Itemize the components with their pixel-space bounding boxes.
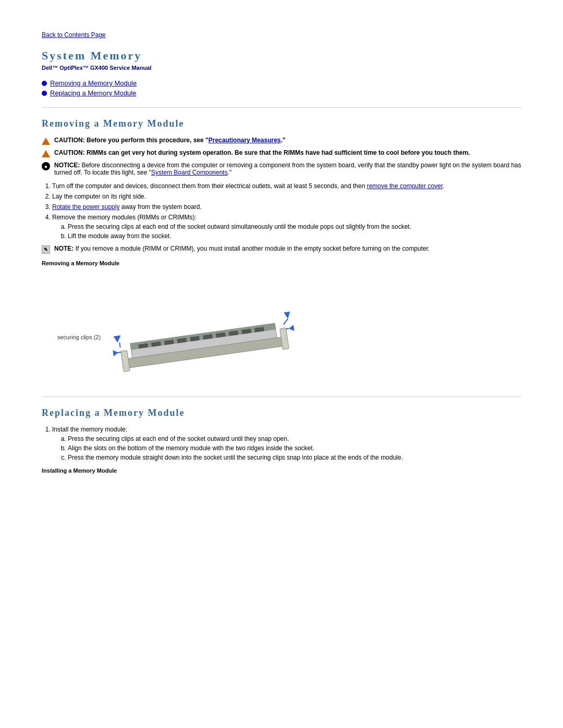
rotate-power-supply-link[interactable]: Rotate the power supply	[52, 203, 119, 211]
remove-cover-link[interactable]: remove the computer cover	[367, 182, 443, 190]
notice-text: NOTICE: Before disconnecting a device fr…	[54, 162, 521, 176]
svg-marker-17	[288, 325, 295, 331]
step-3: Rotate the power supply away from the sy…	[52, 203, 521, 211]
removing-figure-label: Removing a Memory Module	[42, 260, 521, 266]
securing-clips-label: securing clips (2)	[57, 334, 101, 340]
caution-block-1: CAUTION: Before you perform this procedu…	[42, 137, 521, 145]
removing-section-title: Removing a Memory Module	[42, 118, 521, 129]
system-board-components-link[interactable]: System Board Components	[151, 169, 228, 176]
divider-middle	[42, 397, 521, 397]
replace-sub-step-b: Align the slots on the bottom of the mem…	[68, 445, 521, 452]
step-2: Lay the computer on its right side.	[52, 193, 521, 200]
toc-link-replacing[interactable]: Replacing a Memory Module	[50, 89, 136, 97]
removing-figure: securing clips (2)	[42, 272, 521, 386]
divider-top	[42, 107, 521, 108]
page-title: System Memory	[42, 49, 521, 63]
svg-marker-19	[114, 336, 122, 343]
replace-step-1: Install the memory module: Press the sec…	[52, 426, 521, 461]
warning-icon-1	[42, 138, 50, 145]
step-1: Turn off the computer and devices, disco…	[52, 182, 521, 190]
caution-text-2: CAUTION: RIMMs can get very hot during s…	[54, 149, 470, 156]
toc-bullet	[42, 91, 47, 96]
toc-item-removing: Removing a Memory Module	[42, 79, 521, 87]
sub-step-4a: Press the securing clips at each end of …	[68, 223, 521, 230]
replace-sub-steps: Press the securing clips at each end of …	[68, 435, 521, 461]
note-icon: ✎	[42, 245, 50, 254]
replacing-section-title: Replacing a Memory Module	[42, 408, 521, 418]
sub-steps-4: Press the securing clips at each end of …	[68, 223, 521, 240]
toc-link-removing[interactable]: Removing a Memory Module	[50, 79, 137, 87]
svg-line-20	[119, 342, 120, 348]
note-block: ✎ NOTE: If you remove a module (RIMM or …	[42, 245, 521, 254]
toc-item-replacing: Replacing a Memory Module	[42, 89, 521, 97]
notice-block: ● NOTICE: Before disconnecting a device …	[42, 162, 521, 176]
sub-step-4b: Lift the module away from the socket.	[68, 232, 521, 240]
replace-sub-step-a: Press the securing clips at each end of …	[68, 435, 521, 442]
warning-icon-2	[42, 150, 50, 157]
step-4: Remove the memory modules (RIMMs or CRIM…	[52, 214, 521, 240]
caution-text-1: CAUTION: Before you perform this procedu…	[54, 137, 286, 144]
svg-line-22	[283, 319, 288, 325]
svg-marker-21	[284, 312, 291, 319]
toc-bullet	[42, 81, 47, 86]
replace-sub-step-c: Press the memory module straight down in…	[68, 454, 521, 461]
notice-icon: ●	[42, 162, 50, 170]
caution-block-2: CAUTION: RIMMs can get very hot during s…	[42, 149, 521, 157]
back-to-contents-link[interactable]: Back to Contents Page	[42, 31, 521, 39]
replacing-section: Replacing a Memory Module Install the me…	[42, 408, 521, 474]
toc-list: Removing a Memory Module Replacing a Mem…	[42, 79, 521, 97]
removing-section: Removing a Memory Module CAUTION: Before…	[42, 118, 521, 386]
steps-list-replacing: Install the memory module: Press the sec…	[52, 426, 521, 461]
precautionary-measures-link[interactable]: Precautionary Measures	[209, 137, 281, 144]
note-text: NOTE: If you remove a module (RIMM or CR…	[54, 245, 430, 252]
memory-module-diagram	[104, 272, 302, 376]
page-subtitle: Dell™ OptiPlex™ GX400 Service Manual	[42, 65, 521, 71]
svg-line-18	[286, 329, 289, 329]
installing-figure-label: Installing a Memory Module	[42, 467, 521, 474]
svg-rect-13	[121, 350, 130, 372]
steps-list-removing: Turn off the computer and devices, disco…	[52, 182, 521, 240]
